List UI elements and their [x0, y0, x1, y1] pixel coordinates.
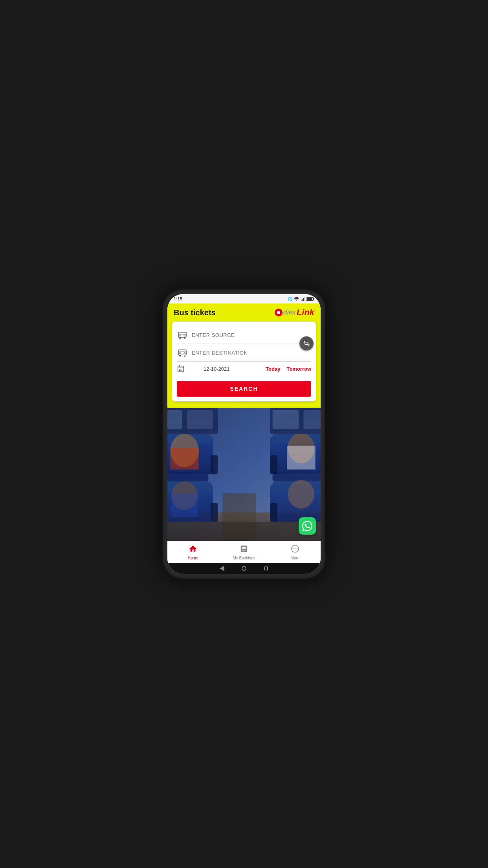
svg-rect-25 [182, 369, 183, 370]
home-svg [189, 544, 197, 553]
svg-rect-16 [179, 353, 181, 354]
nav-home-label: Home [188, 556, 198, 560]
logo-text-red: Link [297, 307, 314, 318]
source-row [177, 326, 311, 344]
calendar-icon [177, 365, 185, 373]
page-title: Bus tickets [174, 308, 216, 317]
status-icons: 🌐 [288, 297, 314, 301]
whatsapp-button[interactable] [299, 517, 316, 535]
back-icon [220, 566, 224, 571]
svg-rect-56 [211, 455, 218, 474]
source-input[interactable] [192, 332, 311, 338]
status-bar: 1:15 🌐 [167, 294, 321, 303]
search-card: 12-10-2021 Today Tomorrow SEARCH [172, 322, 316, 401]
svg-rect-17 [184, 353, 185, 354]
status-time: 1:15 [174, 296, 182, 301]
svg-rect-3 [303, 298, 304, 301]
svg-rect-24 [180, 369, 182, 370]
svg-rect-26 [179, 370, 180, 371]
svg-rect-59 [270, 503, 277, 522]
svg-rect-60 [167, 522, 321, 541]
svg-rect-9 [179, 335, 181, 336]
hero-image [167, 408, 321, 541]
phone-frame: 1:15 🌐 [163, 289, 325, 579]
signal-icon [301, 297, 305, 301]
back-button[interactable] [219, 565, 225, 572]
logo-dot [275, 309, 283, 316]
nav-home[interactable]: Home [167, 541, 218, 563]
date-display: 12-10-2021 [204, 366, 266, 372]
destination-input[interactable] [192, 350, 311, 356]
svg-rect-44 [171, 493, 198, 517]
world-icon: 🌐 [288, 297, 292, 301]
app-header: Bus tickets diex Link [167, 303, 321, 322]
battery-icon [306, 297, 314, 301]
svg-rect-52 [167, 410, 182, 429]
search-button[interactable]: SEARCH [177, 381, 311, 397]
whatsapp-icon [302, 521, 312, 531]
bookings-svg [240, 544, 248, 553]
bus-icon-destination [178, 348, 187, 357]
swap-icon [303, 340, 310, 347]
more-icon [291, 544, 299, 555]
destination-row [177, 344, 311, 362]
svg-rect-10 [184, 335, 185, 336]
svg-rect-33 [167, 474, 208, 482]
svg-rect-38 [273, 474, 321, 482]
svg-rect-7 [307, 298, 312, 300]
svg-rect-27 [180, 370, 182, 371]
bottom-nav: Home My Bookings [167, 541, 321, 563]
destination-icon [177, 347, 188, 358]
recent-icon [264, 566, 268, 570]
yellow-section: Bus tickets diex Link [167, 303, 321, 408]
bus-interior-svg [167, 408, 321, 541]
home-hardware-icon [242, 566, 246, 571]
wifi-icon [294, 297, 299, 301]
more-svg [291, 544, 299, 553]
nav-bookings[interactable]: My Bookings [218, 541, 270, 563]
svg-point-47 [288, 480, 314, 509]
svg-rect-58 [211, 503, 218, 522]
android-nav [167, 563, 321, 574]
svg-rect-1 [301, 300, 302, 301]
date-shortcuts: Today Tomorrow [266, 366, 311, 372]
logo: diex Link [275, 307, 314, 318]
bus-icon-source [178, 330, 187, 340]
svg-rect-54 [273, 410, 299, 429]
home-icon [189, 544, 197, 555]
nav-more-label: More [291, 556, 300, 560]
svg-point-0 [296, 300, 297, 300]
tomorrow-button[interactable]: Tomorrow [286, 366, 311, 372]
svg-rect-57 [270, 455, 277, 474]
nav-bookings-label: My Bookings [233, 556, 255, 560]
svg-point-63 [297, 548, 298, 549]
recent-button[interactable] [263, 565, 269, 572]
svg-rect-55 [303, 410, 321, 429]
svg-point-61 [295, 548, 296, 549]
bookings-icon [240, 544, 248, 555]
svg-rect-53 [187, 410, 213, 429]
nav-more[interactable]: More [270, 541, 321, 563]
date-row: 12-10-2021 Today Tomorrow [177, 362, 311, 376]
svg-rect-23 [179, 369, 180, 370]
svg-rect-2 [303, 299, 303, 301]
swap-button[interactable] [299, 337, 314, 351]
logo-text-gray: diex [283, 309, 296, 316]
svg-rect-40 [287, 446, 316, 470]
svg-point-62 [292, 548, 294, 549]
today-button[interactable]: Today [266, 366, 280, 372]
phone-screen: 1:15 🌐 [167, 294, 321, 574]
svg-rect-35 [170, 448, 199, 469]
home-button[interactable] [241, 565, 247, 572]
svg-rect-6 [314, 298, 314, 299]
svg-rect-4 [304, 297, 305, 301]
source-icon [177, 329, 188, 340]
